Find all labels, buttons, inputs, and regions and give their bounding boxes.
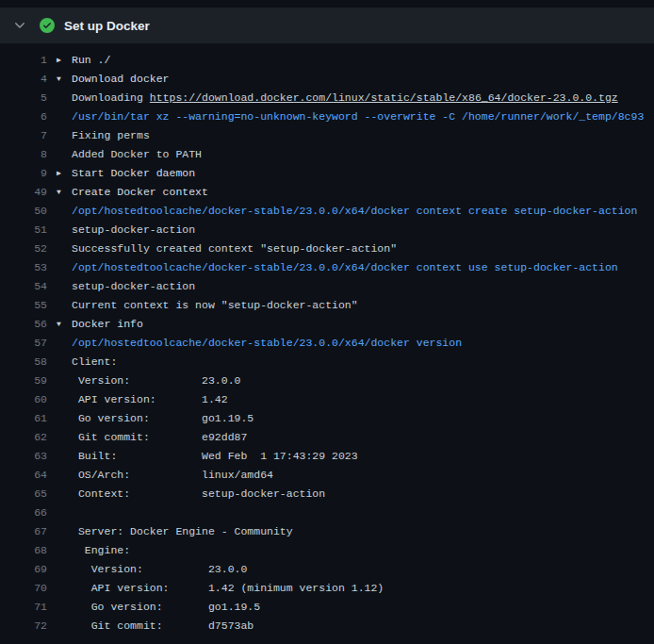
log-text: Create Docker context [72, 183, 208, 202]
log-text: Run ./ [72, 51, 110, 70]
line-number[interactable]: 1 [0, 51, 47, 70]
log-text: /opt/hostedtoolcache/docker-stable/23.0.… [72, 334, 462, 353]
line-number[interactable]: 54 [0, 277, 47, 296]
line-number[interactable]: 68 [0, 541, 47, 560]
log-text: Version: 23.0.0 [72, 372, 240, 390]
log-text: Context: setup-docker-action [72, 485, 325, 504]
log-line: 66 [0, 504, 654, 522]
log-text: Version: 23.0.0 [72, 560, 247, 579]
line-number[interactable]: 71 [0, 598, 47, 617]
log-line: 70 API version: 1.42 (minimum version 1.… [0, 579, 654, 598]
line-number[interactable]: 66 [0, 504, 47, 522]
line-number[interactable]: 9 [0, 164, 47, 183]
log-text: Engine: [72, 541, 130, 560]
log-text: Go version: go1.19.5 [72, 598, 260, 617]
log-line: 69 Version: 23.0.0 [0, 560, 654, 579]
line-number[interactable]: 53 [0, 258, 47, 277]
log-line: 7 Fixing perms [0, 126, 654, 145]
log-line: 57 /opt/hostedtoolcache/docker-stable/23… [0, 334, 654, 353]
line-number[interactable]: 56 [0, 315, 47, 334]
log-url-link[interactable]: https://download.docker.com/linux/static… [150, 91, 618, 104]
log-text: Docker info [72, 315, 143, 334]
line-number[interactable]: 57 [0, 334, 47, 353]
log-text: /opt/hostedtoolcache/docker-stable/23.0.… [72, 258, 618, 277]
log-viewer: 1 ▶ Run ./ 4 ▼ Download docker 5 Downloa… [0, 43, 654, 636]
line-number[interactable]: 69 [0, 560, 47, 579]
log-text: /opt/hostedtoolcache/docker-stable/23.0.… [72, 202, 637, 221]
log-line: 6 /usr/bin/tar xz --warning=no-unknown-k… [0, 107, 654, 126]
line-number[interactable]: 61 [0, 409, 47, 428]
log-line: 62 Git commit: e92dd87 [0, 428, 654, 447]
log-line: 67 Server: Docker Engine - Community [0, 522, 654, 541]
log-line: 52 Successfully created context "setup-d… [0, 239, 654, 258]
line-number[interactable]: 70 [0, 579, 47, 598]
line-number[interactable]: 51 [0, 221, 47, 239]
line-number[interactable]: 65 [0, 485, 47, 504]
log-group-header[interactable]: 4 ▼ Download docker [0, 70, 654, 89]
log-text: Client: [72, 353, 117, 372]
log-text: API version: 1.42 [72, 390, 228, 409]
log-text: Fixing perms [72, 126, 150, 145]
log-text: /usr/bin/tar xz --warning=no-unknown-key… [72, 107, 644, 126]
line-number[interactable]: 60 [0, 390, 47, 409]
log-line: 61 Go version: go1.19.5 [0, 409, 654, 428]
log-text: Downloading https://download.docker.com/… [72, 89, 618, 107]
line-number[interactable]: 58 [0, 353, 47, 372]
log-line: 60 API version: 1.42 [0, 390, 654, 409]
log-line: 68 Engine: [0, 541, 654, 560]
log-group-header[interactable]: 1 ▶ Run ./ [0, 51, 654, 70]
line-number[interactable]: 59 [0, 372, 47, 390]
log-text: Downloading [72, 91, 150, 104]
line-number[interactable]: 63 [0, 447, 47, 466]
line-number[interactable]: 62 [0, 428, 47, 447]
log-line: 65 Context: setup-docker-action [0, 485, 654, 504]
line-number[interactable]: 55 [0, 296, 47, 315]
log-line: 50 /opt/hostedtoolcache/docker-stable/23… [0, 202, 654, 221]
log-line: 54 setup-docker-action [0, 277, 654, 296]
line-number[interactable]: 64 [0, 466, 47, 485]
line-number[interactable]: 6 [0, 107, 47, 126]
log-line: 71 Go version: go1.19.5 [0, 598, 654, 617]
log-text: Added Docker to PATH [72, 145, 202, 164]
group-collapsed-icon[interactable]: ▶ [57, 51, 72, 70]
log-text: Git commit: e92dd87 [72, 428, 247, 447]
log-text: Download docker [72, 70, 170, 89]
log-text: Start Docker daemon [72, 164, 195, 183]
log-line: 8 Added Docker to PATH [0, 145, 654, 164]
log-line: 53 /opt/hostedtoolcache/docker-stable/23… [0, 258, 654, 277]
line-number[interactable]: 5 [0, 89, 47, 107]
log-text: API version: 1.42 (minimum version 1.12) [72, 579, 384, 598]
group-expanded-icon[interactable]: ▼ [57, 183, 72, 202]
group-collapsed-icon[interactable]: ▶ [57, 164, 72, 183]
line-number[interactable]: 72 [0, 617, 47, 636]
step-title: Set up Docker [64, 19, 150, 33]
log-line: 64 OS/Arch: linux/amd64 [0, 466, 654, 485]
line-number[interactable]: 7 [0, 126, 47, 145]
log-text: setup-docker-action [72, 277, 195, 296]
line-number[interactable]: 52 [0, 239, 47, 258]
log-text: Current context is now "setup-docker-act… [72, 296, 358, 315]
log-text: OS/Arch: linux/amd64 [72, 466, 273, 485]
log-line: 72 Git commit: d7573ab [0, 617, 654, 636]
log-group-header[interactable]: 9 ▶ Start Docker daemon [0, 164, 654, 183]
step-header[interactable]: Set up Docker [0, 8, 654, 43]
log-text: Built: Wed Feb 1 17:43:29 2023 [72, 447, 358, 466]
check-circle-icon [40, 18, 55, 33]
log-group-header[interactable]: 49 ▼ Create Docker context [0, 183, 654, 202]
line-number[interactable]: 49 [0, 183, 47, 202]
log-line: 5 Downloading https://download.docker.co… [0, 89, 654, 107]
log-line: 55 Current context is now "setup-docker-… [0, 296, 654, 315]
line-number[interactable]: 50 [0, 202, 47, 221]
line-number[interactable]: 67 [0, 522, 47, 541]
chevron-down-icon[interactable] [12, 18, 27, 33]
log-text: setup-docker-action [72, 221, 195, 239]
group-expanded-icon[interactable]: ▼ [57, 315, 72, 334]
line-number[interactable]: 4 [0, 70, 47, 89]
log-line: 51 setup-docker-action [0, 221, 654, 239]
log-text: Server: Docker Engine - Community [72, 522, 293, 541]
group-expanded-icon[interactable]: ▼ [57, 70, 72, 89]
log-text: Successfully created context "setup-dock… [72, 239, 397, 258]
line-number[interactable]: 8 [0, 145, 47, 164]
log-text: Git commit: d7573ab [72, 617, 253, 636]
log-group-header[interactable]: 56 ▼ Docker info [0, 315, 654, 334]
